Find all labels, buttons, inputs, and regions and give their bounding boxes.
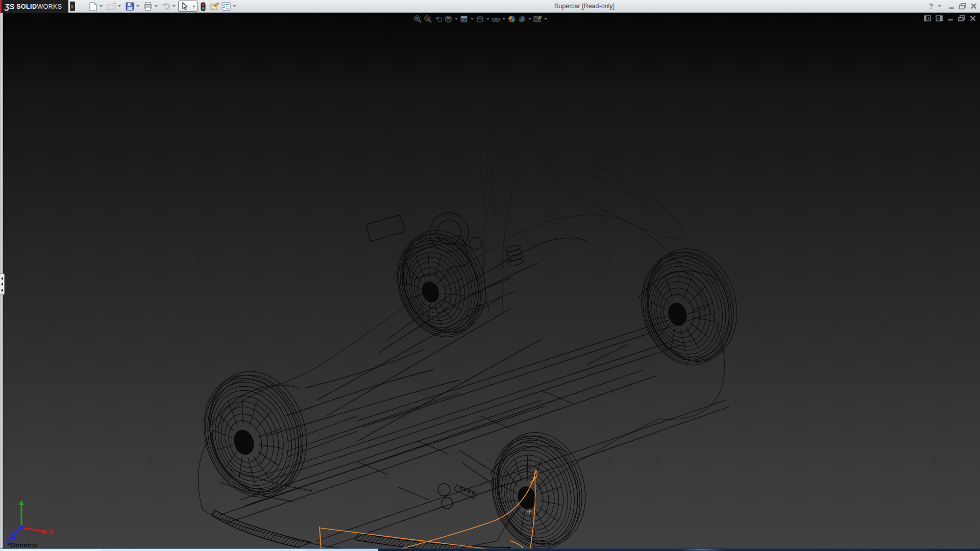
- help-icon: ?: [929, 2, 934, 10]
- collapse-pane-right-icon[interactable]: [936, 15, 943, 21]
- display-style-dropdown-caret[interactable]: [486, 18, 489, 20]
- rebuild-button[interactable]: [198, 1, 209, 12]
- print-icon: [143, 2, 153, 11]
- zoom-to-area-icon[interactable]: [424, 15, 432, 23]
- section-view-icon[interactable]: [444, 15, 453, 23]
- triad-x-label: [50, 530, 53, 534]
- open-folder-icon: [107, 2, 116, 11]
- doc-restore-icon[interactable]: [958, 15, 965, 21]
- menu-flyout-tab[interactable]: [70, 2, 75, 11]
- brand-name-bold: SOLID: [16, 3, 37, 10]
- zoom-to-fit-icon[interactable]: [413, 15, 422, 23]
- document-window-controls: [924, 15, 976, 21]
- display-style-icon[interactable]: [476, 15, 484, 23]
- select-tool-active[interactable]: [178, 1, 198, 12]
- solidworks-logo: ƷS SOLID WORKS: [0, 0, 68, 13]
- view-orientation-icon[interactable]: [460, 15, 469, 23]
- hide-show-items-icon[interactable]: [492, 15, 500, 23]
- 3ds-logo-icon: ƷS: [5, 2, 14, 11]
- collapse-pane-left-icon[interactable]: [924, 15, 931, 21]
- triad-x-axis: [21, 528, 45, 532]
- collapse-arrow-icon: [1, 283, 3, 286]
- title-bar: ƷS SOLID WORKS: [0, 0, 980, 13]
- taskbar-segment[interactable]: [0, 548, 102, 551]
- print-button[interactable]: [142, 1, 154, 12]
- undo-dropdown-caret[interactable]: [173, 5, 176, 7]
- print-dropdown-caret[interactable]: [155, 5, 158, 7]
- save-button[interactable]: [124, 1, 135, 12]
- close-icon: [970, 3, 977, 9]
- solidworks-window: ƷS SOLID WORKS: [0, 0, 980, 551]
- collapse-arrow-icon: [1, 277, 3, 280]
- doc-close-icon[interactable]: [970, 15, 976, 21]
- view-settings-icon[interactable]: [533, 15, 542, 23]
- help-dropdown-caret[interactable]: [938, 5, 941, 7]
- apply-scene-dropdown-caret[interactable]: [528, 18, 531, 20]
- view-orientation-label: *Dimetric: [8, 541, 38, 549]
- taskbar-segment[interactable]: [306, 548, 378, 551]
- flyout-arrow-icon: [71, 5, 74, 9]
- car-wheels-group: [188, 219, 750, 548]
- undo-button[interactable]: [160, 1, 172, 12]
- select-dropdown-caret[interactable]: [192, 6, 195, 8]
- restore-button[interactable]: [958, 2, 967, 10]
- taskbar-edge[interactable]: [0, 548, 980, 551]
- view-orientation-dropdown-caret[interactable]: [471, 18, 474, 20]
- window-title: Supercar [Read-only]: [531, 3, 638, 10]
- collapse-arrow-icon: [1, 289, 3, 292]
- taskbar-glow: [679, 548, 725, 551]
- close-button[interactable]: [969, 2, 978, 10]
- apply-scene-icon[interactable]: [518, 15, 526, 23]
- taskbar-segment[interactable]: [102, 548, 306, 551]
- design-note-button[interactable]: [209, 1, 220, 12]
- help-button[interactable]: ?: [927, 2, 935, 10]
- note-pencil-icon: [210, 2, 219, 11]
- undo-icon: [161, 2, 171, 11]
- doc-minimize-icon[interactable]: [947, 15, 953, 21]
- select-arrow-icon: [181, 2, 189, 11]
- edit-appearance-icon[interactable]: [507, 15, 516, 23]
- new-dropdown-caret[interactable]: [100, 5, 103, 7]
- previous-view-icon[interactable]: [434, 15, 443, 23]
- save-floppy-icon: [126, 2, 134, 11]
- car-body-group: [198, 121, 730, 548]
- new-document-icon: [89, 2, 97, 11]
- supercar-wireframe-model: [0, 13, 980, 548]
- section-dropdown-caret[interactable]: [455, 18, 458, 20]
- orientation-triad: [3, 496, 54, 544]
- traffic-light-icon: [201, 2, 206, 11]
- restore-icon: [959, 3, 966, 10]
- heads-up-view-toolbar: [413, 14, 548, 24]
- save-dropdown-caret[interactable]: [136, 5, 139, 7]
- view-settings-dropdown-caret[interactable]: [544, 18, 547, 20]
- open-dropdown-caret[interactable]: [118, 5, 121, 7]
- minimize-button[interactable]: [947, 2, 955, 10]
- brand-name-light: WORKS: [37, 3, 62, 10]
- hide-show-dropdown-caret[interactable]: [502, 18, 505, 20]
- checklist-icon: [222, 2, 231, 11]
- featuremanager-collapse-tab[interactable]: [0, 273, 5, 295]
- open-document-button[interactable]: [106, 1, 117, 12]
- new-document-button[interactable]: [87, 1, 99, 12]
- graphics-area[interactable]: *Dimetric: [0, 13, 980, 548]
- minimize-icon: [948, 3, 954, 9]
- options-button[interactable]: [220, 1, 232, 12]
- options-dropdown-caret[interactable]: [233, 5, 236, 7]
